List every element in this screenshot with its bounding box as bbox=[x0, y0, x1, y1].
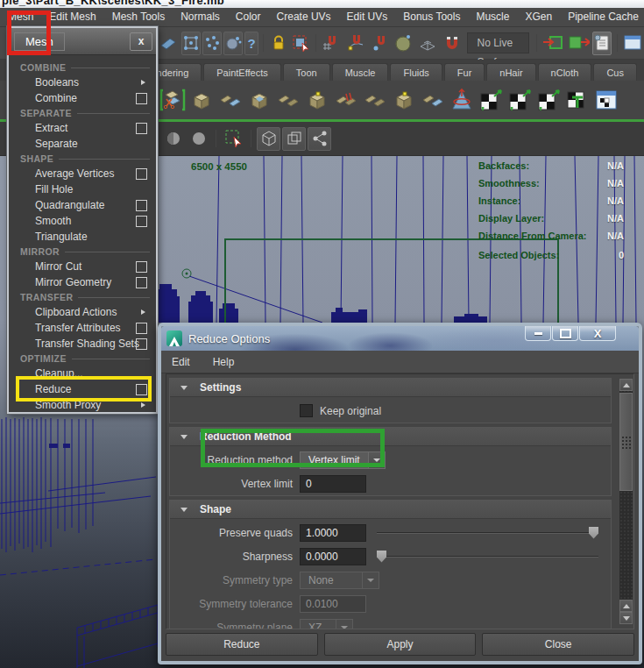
snap-to-point-icon[interactable] bbox=[370, 32, 391, 55]
close-icon[interactable]: x bbox=[130, 32, 152, 51]
lock-icon[interactable] bbox=[269, 32, 288, 55]
snap-magnet-icon[interactable] bbox=[442, 32, 463, 55]
combine-icon[interactable] bbox=[187, 84, 216, 116]
highlight-selection-icon[interactable] bbox=[290, 32, 311, 55]
extrude-icon[interactable] bbox=[302, 84, 331, 116]
shelf-tab-nhair[interactable]: nHair bbox=[486, 63, 535, 81]
menu-bonus-tools[interactable]: Bonus Tools bbox=[395, 8, 468, 26]
make-live-icon[interactable] bbox=[417, 32, 440, 55]
option-box-icon[interactable] bbox=[136, 277, 147, 288]
preserve-quads-field[interactable]: 1.0000 bbox=[300, 524, 366, 542]
sharpness-field[interactable]: 0.0000 bbox=[300, 548, 366, 565]
select-by-hierarchy-icon[interactable] bbox=[181, 32, 201, 55]
close-button[interactable]: Close bbox=[482, 633, 634, 656]
output-connections-icon[interactable] bbox=[567, 32, 591, 55]
shape-section-header[interactable]: Shape bbox=[170, 501, 611, 519]
option-box-icon[interactable] bbox=[136, 93, 147, 104]
snap-to-curve-icon[interactable] bbox=[345, 32, 368, 55]
option-box-icon[interactable] bbox=[136, 323, 147, 334]
maximize-button[interactable] bbox=[552, 326, 578, 341]
menu-item-extract[interactable]: Extract bbox=[9, 120, 156, 136]
option-box-icon[interactable] bbox=[136, 261, 147, 273]
apply-button[interactable]: Apply bbox=[324, 633, 477, 656]
preserve-quads-slider[interactable] bbox=[377, 526, 598, 540]
menu-pipeline-cache[interactable]: Pipeline Cache bbox=[560, 8, 644, 26]
menu-item-mirror-geometry[interactable]: Mirror Geometry bbox=[9, 274, 156, 290]
sharpness-slider[interactable] bbox=[377, 550, 598, 564]
menu-color[interactable]: Color bbox=[228, 8, 269, 26]
slider-handle[interactable] bbox=[377, 551, 386, 563]
vertex-limit-field[interactable]: 0 bbox=[300, 475, 366, 493]
bridge-icon[interactable] bbox=[331, 84, 360, 116]
menu-xgen[interactable]: XGen bbox=[517, 8, 560, 26]
option-box-icon[interactable] bbox=[136, 168, 147, 180]
shelf-tab-painteffects[interactable]: PaintEffects bbox=[203, 63, 281, 81]
close-button[interactable]: X bbox=[579, 326, 616, 341]
separate-icon[interactable] bbox=[216, 84, 244, 116]
construction-history-icon[interactable] bbox=[592, 32, 612, 55]
uv-distortion-icon[interactable] bbox=[563, 84, 591, 116]
menu-item-quadrangulate[interactable]: Quadrangulate bbox=[9, 197, 156, 213]
settings-section-header[interactable]: Settings bbox=[170, 379, 611, 397]
menu-normals[interactable]: Normals bbox=[173, 8, 228, 26]
option-box-icon[interactable] bbox=[136, 200, 147, 211]
sculpt-tool-icon[interactable] bbox=[447, 84, 476, 116]
input-connections-icon[interactable] bbox=[541, 32, 565, 55]
option-box-icon[interactable] bbox=[136, 123, 147, 134]
dialog-titlebar[interactable]: Reduce Options X bbox=[161, 326, 639, 351]
dialog-menu-edit[interactable]: Edit bbox=[172, 356, 190, 368]
menu-item-fill-hole[interactable]: Fill Hole bbox=[9, 181, 156, 197]
shelf-tab-muscle[interactable]: Muscle bbox=[332, 63, 389, 81]
option-box-icon[interactable] bbox=[136, 338, 147, 350]
uv-unfold-icon[interactable] bbox=[505, 84, 534, 116]
menu-item-mirror-cut[interactable]: Mirror Cut bbox=[9, 259, 156, 274]
menu-muscle[interactable]: Muscle bbox=[468, 8, 517, 26]
wireframe-cube-icon[interactable] bbox=[257, 127, 280, 151]
shelf-tab-ncloth[interactable]: nCloth bbox=[538, 63, 592, 81]
menu-mesh-tools[interactable]: Mesh Tools bbox=[104, 8, 173, 26]
select-tool-icon[interactable] bbox=[222, 127, 245, 151]
menu-item-separate[interactable]: Separate bbox=[9, 136, 156, 152]
scrollbar-thumb[interactable] bbox=[619, 393, 633, 491]
uv-snapshot-icon[interactable] bbox=[476, 84, 505, 116]
lighting-icon[interactable] bbox=[161, 127, 185, 151]
shelf-tab-cus[interactable]: Cus bbox=[593, 63, 637, 81]
menu-item-combine[interactable]: Combine bbox=[9, 90, 156, 106]
menu-create-uvs[interactable]: Create UVs bbox=[269, 8, 339, 26]
render-icon[interactable] bbox=[622, 32, 643, 55]
uv-editor-icon[interactable] bbox=[591, 84, 620, 116]
dialog-scrollbar[interactable] bbox=[619, 379, 633, 624]
smooth-icon[interactable] bbox=[418, 84, 447, 116]
help-icon[interactable]: ? bbox=[244, 32, 258, 55]
snap-to-projected-center-icon[interactable] bbox=[393, 32, 415, 55]
reduce-button[interactable]: Reduce bbox=[166, 633, 318, 656]
triangulate-icon[interactable] bbox=[360, 84, 389, 116]
menu-item-transfer-attributes[interactable]: Transfer Attributes bbox=[9, 320, 156, 336]
menu-edit-uvs[interactable]: Edit UVs bbox=[339, 8, 396, 26]
shading-icon[interactable] bbox=[187, 127, 210, 151]
menu-edit-mesh[interactable]: Edit Mesh bbox=[41, 8, 103, 26]
uv-layout-icon[interactable] bbox=[534, 84, 563, 116]
quadrangulate-icon[interactable] bbox=[389, 84, 418, 116]
dialog-menu-help[interactable]: Help bbox=[213, 356, 235, 368]
menu-item-transfer-shading-sets[interactable]: Transfer Shading Sets bbox=[9, 336, 156, 352]
share-icon[interactable] bbox=[308, 127, 331, 151]
live-surface-field[interactable]: No Live Surface bbox=[467, 32, 528, 53]
selection-mask-arrow-icon[interactable] bbox=[159, 32, 180, 55]
multi-cut-tool-icon[interactable] bbox=[158, 84, 187, 116]
menu-item-average-vertices[interactable]: Average Vertices bbox=[9, 166, 156, 181]
menu-item-clipboard-actions[interactable]: Clipboard Actions bbox=[9, 304, 156, 320]
select-by-component-icon[interactable] bbox=[202, 32, 222, 55]
select-by-object-icon[interactable] bbox=[223, 32, 243, 55]
shelf-tab-toon[interactable]: Toon bbox=[283, 63, 330, 81]
minimize-button[interactable] bbox=[525, 326, 551, 341]
isolate-select-icon[interactable] bbox=[282, 127, 306, 151]
option-box-icon[interactable] bbox=[136, 216, 147, 227]
snap-to-grid-icon[interactable] bbox=[321, 32, 343, 55]
menu-item-smooth[interactable]: Smooth bbox=[9, 213, 156, 229]
shelf-tab-fur[interactable]: Fur bbox=[444, 63, 485, 81]
shelf-tab-fluids[interactable]: Fluids bbox=[390, 63, 442, 81]
scroll-up-button-bottom[interactable] bbox=[619, 600, 633, 612]
menu-item-triangulate[interactable]: Triangulate bbox=[9, 229, 156, 245]
fill-hole-icon[interactable] bbox=[244, 84, 273, 116]
